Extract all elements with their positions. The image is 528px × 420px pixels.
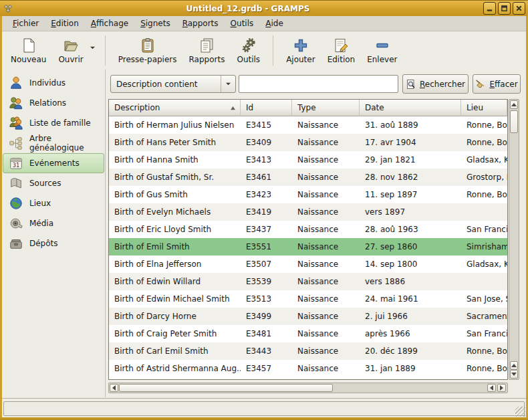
cell-type: Naissance xyxy=(292,294,360,304)
toolbar-nouveau-button[interactable]: Nouveau xyxy=(5,35,52,66)
clear-button[interactable]: Effacer xyxy=(473,74,521,94)
resize-grip[interactable] xyxy=(515,407,525,417)
sidebar-item-arbre-g-n-alogique[interactable]: Arbre généalogique xyxy=(3,133,104,153)
sidebar-item-ev-nements[interactable]: 31Evénements xyxy=(3,153,104,173)
toolbar-outils-button[interactable]: Outils xyxy=(231,35,266,66)
cell-date: 27. sep 1860 xyxy=(360,242,461,251)
table-row[interactable]: Birth of Eric Lloyd SmithE3437Naissance2… xyxy=(109,221,507,238)
toolbar-separator xyxy=(105,35,106,66)
menu-outils[interactable]: Outils xyxy=(225,17,260,29)
close-button[interactable] xyxy=(513,2,525,15)
minimize-button[interactable] xyxy=(483,2,496,15)
column-header-id[interactable]: Id xyxy=(241,100,292,116)
column-header-date[interactable]: Date xyxy=(360,100,461,116)
table-row[interactable]: Birth of Elna JeffersonE3507Naissance14.… xyxy=(109,255,507,273)
scroll-down-button[interactable] xyxy=(510,370,518,379)
horizontal-scrollbar[interactable] xyxy=(108,383,508,393)
cell-type: Naissance xyxy=(292,312,360,321)
cell-date: vers 1897 xyxy=(360,207,461,217)
search-button[interactable]: Rechercher xyxy=(402,74,469,94)
cell-id: E3437 xyxy=(241,225,292,234)
column-header-type[interactable]: Type xyxy=(292,100,360,116)
cell-id: E3539 xyxy=(241,277,292,286)
sidebar-item-label: Liste de famille xyxy=(29,118,91,128)
column-header-description[interactable]: Description xyxy=(109,100,241,116)
sidebar-item-lieux[interactable]: Lieux xyxy=(3,193,104,213)
horizontal-scroll-thumb[interactable] xyxy=(119,384,333,392)
scroll-left-button[interactable] xyxy=(110,384,118,392)
cell-description: Birth of Edwin Michael Smith xyxy=(109,294,241,304)
cell-lieu: San Jose, S xyxy=(461,294,507,304)
search-input[interactable] xyxy=(239,75,398,93)
cell-type: Naissance xyxy=(292,242,360,251)
menu-edition[interactable]: Edition xyxy=(45,17,85,29)
table-row[interactable]: Birth of Craig Peter SmithE3481Naissance… xyxy=(109,325,507,342)
toolbar-rapports-button[interactable]: Rapports xyxy=(183,35,231,66)
cell-id: E3507 xyxy=(241,259,292,269)
sidebar-item-sources[interactable]: Sources xyxy=(3,173,104,193)
table-row[interactable]: Birth of Carl Emil SmithE3443Naissance20… xyxy=(109,342,507,360)
vertical-scroll-thumb[interactable] xyxy=(510,110,518,133)
cell-id: E3499 xyxy=(241,312,292,321)
cell-date: 28. aoû 1963 xyxy=(360,225,461,234)
window-border-bottom xyxy=(0,417,528,420)
sidebar-item-liste-de-famille[interactable]: Liste de famille xyxy=(3,113,104,133)
title-bar[interactable]: Untitled_12.grdb - GRAMPS xyxy=(0,0,528,16)
cell-date: 2. jui 1966 xyxy=(360,312,461,321)
table-row[interactable]: Birth of Emil SmithE3551Naissance27. sep… xyxy=(109,238,507,255)
menu-affichage[interactable]: Affichage xyxy=(85,17,134,29)
table-row[interactable]: Birth of Herman Julius NielsenE3415Naiss… xyxy=(109,116,507,134)
toolbar-ouvrir-dropdown-button[interactable] xyxy=(90,45,98,50)
table-row[interactable]: Birth of Evelyn MichaelsE3419Naissanceve… xyxy=(109,203,507,221)
cell-date: 31. jan 1889 xyxy=(360,364,461,373)
toolbar: NouveauOuvrirPresse-papiersRapportsOutil… xyxy=(2,31,526,70)
cell-lieu: Gladsax, Kr xyxy=(461,155,507,165)
table-row[interactable]: Birth of Hans Peter SmithE3409Naissance1… xyxy=(109,134,507,151)
table-row[interactable]: Birth of Edwin Michael SmithE3513Naissan… xyxy=(109,290,507,308)
filter-field-select[interactable]: Description contient xyxy=(110,75,236,93)
scroll-up-secondary-button[interactable] xyxy=(510,361,518,370)
toolbar-enlever-button[interactable]: Enlever xyxy=(361,35,403,66)
column-header-label: Type xyxy=(297,103,316,112)
cell-id: E3413 xyxy=(241,155,292,165)
menu-fichier[interactable]: Fichier xyxy=(7,17,45,29)
archive-box-icon xyxy=(9,236,23,251)
tree-chart-icon xyxy=(9,136,23,150)
menu-aide[interactable]: Aide xyxy=(259,17,289,29)
table-row[interactable]: Birth of Edwin WillardE3539Naissancevers… xyxy=(109,273,507,290)
column-header-lieu[interactable]: Lieu xyxy=(461,100,507,116)
book-icon xyxy=(9,176,23,191)
cell-lieu: Gladsax, Kr xyxy=(461,259,507,269)
maximize-button[interactable] xyxy=(498,2,511,15)
sidebar-item-d-p-ts[interactable]: Dépôts xyxy=(3,233,104,253)
table-row[interactable]: Birth of Gus SmithE3423Naissance11. sep … xyxy=(109,186,507,203)
scroll-left-secondary-button[interactable] xyxy=(487,384,496,392)
cell-id: E3443 xyxy=(241,346,292,356)
table-row[interactable]: Birth of Hanna SmithE3413Naissance29. ja… xyxy=(109,151,507,169)
sidebar-item-m-dia[interactable]: Média xyxy=(3,213,104,233)
toolbar-ajouter-button[interactable]: Ajouter xyxy=(280,35,321,66)
sidebar-item-relations[interactable]: Relations xyxy=(3,93,104,113)
cell-description: Birth of Carl Emil Smith xyxy=(109,346,241,356)
vertical-scrollbar[interactable] xyxy=(509,99,519,380)
toolbar-presse-papiers-button[interactable]: Presse-papiers xyxy=(112,35,183,66)
svg-text:31: 31 xyxy=(13,162,20,169)
scroll-right-button[interactable] xyxy=(497,384,506,392)
menu-signets[interactable]: Signets xyxy=(134,17,176,29)
toolbar-ouvrir-button[interactable]: Ouvrir xyxy=(52,35,89,66)
sidebar-item-individus[interactable]: Individus xyxy=(3,73,104,93)
toolbar-edition-button[interactable]: Edition xyxy=(321,35,362,66)
menu-rapports[interactable]: Rapports xyxy=(176,17,225,29)
clipboard-icon xyxy=(140,37,156,54)
clear-button-label: Effacer xyxy=(489,80,517,89)
table-row[interactable]: Birth of Astrid Shermanna Aug...E3457Nai… xyxy=(109,360,507,377)
cell-type: Naissance xyxy=(292,155,360,165)
toolbar-group-enlever: Enlever xyxy=(361,31,403,70)
globe-icon xyxy=(9,196,23,211)
toolbar-ouvrir-label: Ouvrir xyxy=(58,55,83,64)
table-row[interactable]: Birth of Darcy HorneE3499Naissance2. jui… xyxy=(109,308,507,325)
chevron-down-icon xyxy=(221,76,235,92)
scroll-up-button[interactable] xyxy=(510,100,518,109)
table-row[interactable]: Birth of Gustaf Smith, Sr.E3461Naissance… xyxy=(109,169,507,186)
cell-type: Naissance xyxy=(292,190,360,199)
